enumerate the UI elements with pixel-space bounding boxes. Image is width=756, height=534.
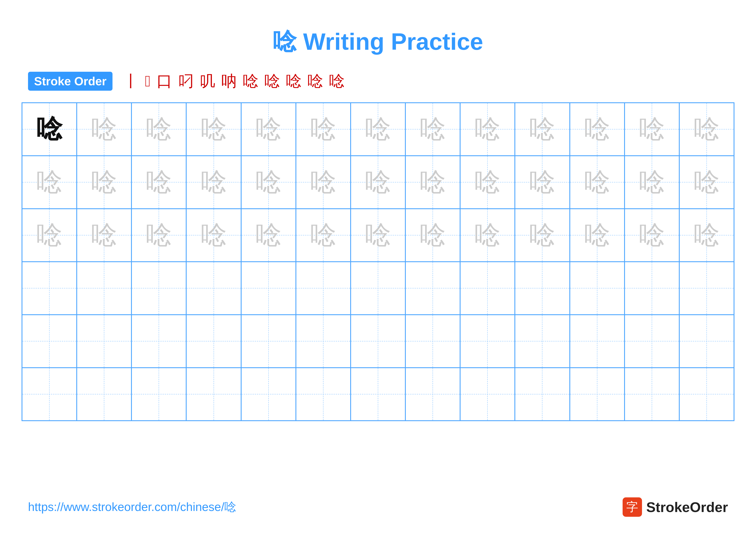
grid-cell[interactable]: 唸 bbox=[22, 156, 77, 209]
grid-cell[interactable]: 唸 bbox=[460, 209, 515, 262]
grid-cell[interactable] bbox=[77, 315, 131, 368]
grid-cell[interactable] bbox=[186, 315, 241, 368]
grid-cell[interactable] bbox=[22, 315, 77, 368]
grid-cell[interactable] bbox=[186, 262, 241, 315]
grid-cell[interactable]: 唸 bbox=[131, 103, 186, 156]
grid-cell[interactable]: 唸 bbox=[679, 103, 734, 156]
grid-cell[interactable]: 唸 bbox=[296, 103, 351, 156]
grid-cell[interactable]: 唸 bbox=[570, 209, 625, 262]
grid-cell[interactable]: 唸 bbox=[22, 103, 77, 156]
grid-cell[interactable] bbox=[625, 315, 679, 368]
grid-cell[interactable]: 唸 bbox=[679, 209, 734, 262]
char-guide: 唸 bbox=[584, 169, 610, 195]
char-guide: 唸 bbox=[584, 116, 610, 142]
grid-cell[interactable] bbox=[679, 315, 734, 368]
grid-cell[interactable] bbox=[625, 368, 679, 421]
grid-cell[interactable] bbox=[405, 368, 460, 421]
char-guide: 唸 bbox=[37, 222, 62, 248]
grid-cell[interactable] bbox=[515, 315, 570, 368]
grid-cell[interactable] bbox=[241, 368, 296, 421]
grid-cell[interactable]: 唸 bbox=[405, 103, 460, 156]
grid-cell[interactable]: 唸 bbox=[460, 103, 515, 156]
char-guide: 唸 bbox=[474, 169, 500, 195]
char-guide: 唸 bbox=[201, 116, 227, 142]
grid-cell[interactable] bbox=[405, 262, 460, 315]
page-title: 唸 Writing Practice bbox=[0, 0, 756, 71]
char-guide: 唸 bbox=[694, 169, 719, 195]
grid-cell[interactable] bbox=[625, 262, 679, 315]
grid-cell[interactable] bbox=[570, 262, 625, 315]
grid-cell[interactable]: 唸 bbox=[405, 156, 460, 209]
grid-cell[interactable] bbox=[515, 262, 570, 315]
grid-cell[interactable]: 唸 bbox=[351, 156, 405, 209]
grid-cell[interactable]: 唸 bbox=[625, 103, 679, 156]
grid-cell[interactable] bbox=[460, 262, 515, 315]
grid-cell[interactable] bbox=[296, 368, 351, 421]
stroke-step-11: 唸 bbox=[329, 71, 345, 91]
grid-cell[interactable]: 唸 bbox=[131, 209, 186, 262]
logo-name: StrokeOrder bbox=[646, 499, 728, 515]
grid-cell[interactable]: 唸 bbox=[186, 156, 241, 209]
grid-cell[interactable] bbox=[186, 368, 241, 421]
grid-cell[interactable] bbox=[22, 262, 77, 315]
char-guide: 唸 bbox=[256, 116, 282, 142]
grid-cell[interactable] bbox=[351, 315, 405, 368]
grid-cell[interactable]: 唸 bbox=[515, 209, 570, 262]
grid-cell[interactable] bbox=[131, 262, 186, 315]
char-guide: 唸 bbox=[639, 222, 665, 248]
grid-cell[interactable]: 唸 bbox=[296, 156, 351, 209]
grid-cell[interactable] bbox=[460, 315, 515, 368]
stroke-step-10: 唸 bbox=[308, 71, 323, 91]
grid-cell[interactable] bbox=[570, 315, 625, 368]
grid-cell[interactable]: 唸 bbox=[22, 209, 77, 262]
grid-cell[interactable]: 唸 bbox=[241, 103, 296, 156]
grid-cell[interactable] bbox=[351, 368, 405, 421]
stroke-step-4: 叼 bbox=[178, 71, 194, 91]
grid-cell[interactable]: 唸 bbox=[515, 103, 570, 156]
grid-cell[interactable]: 唸 bbox=[241, 156, 296, 209]
grid-cell[interactable]: 唸 bbox=[186, 103, 241, 156]
practice-grid[interactable]: 唸唸唸唸唸唸唸唸唸唸唸唸唸唸唸唸唸唸唸唸唸唸唸唸唸唸唸唸唸唸唸唸唸唸唸唸唸唸唸 bbox=[21, 102, 735, 421]
grid-cell[interactable]: 唸 bbox=[679, 156, 734, 209]
grid-cell[interactable] bbox=[515, 368, 570, 421]
char-guide: 唸 bbox=[420, 169, 446, 195]
grid-cell[interactable] bbox=[131, 315, 186, 368]
grid-cell[interactable]: 唸 bbox=[570, 156, 625, 209]
grid-cell[interactable] bbox=[77, 262, 131, 315]
grid-cell[interactable]: 唸 bbox=[625, 156, 679, 209]
grid-cell[interactable] bbox=[460, 368, 515, 421]
grid-cell[interactable] bbox=[22, 368, 77, 421]
grid-cell[interactable] bbox=[131, 368, 186, 421]
grid-cell[interactable] bbox=[679, 262, 734, 315]
char-guide: 唸 bbox=[310, 169, 336, 195]
char-guide: 唸 bbox=[639, 116, 665, 142]
char-guide: 唸 bbox=[584, 222, 610, 248]
grid-cell[interactable]: 唸 bbox=[77, 103, 131, 156]
grid-cell[interactable] bbox=[296, 262, 351, 315]
grid-cell[interactable] bbox=[679, 368, 734, 421]
grid-cell[interactable]: 唸 bbox=[186, 209, 241, 262]
grid-cell[interactable] bbox=[241, 315, 296, 368]
grid-cell[interactable]: 唸 bbox=[570, 103, 625, 156]
grid-cell[interactable]: 唸 bbox=[460, 156, 515, 209]
grid-cell[interactable]: 唸 bbox=[625, 209, 679, 262]
grid-cell[interactable]: 唸 bbox=[351, 209, 405, 262]
grid-cell[interactable]: 唸 bbox=[515, 156, 570, 209]
char-guide: 唸 bbox=[694, 222, 719, 248]
grid-cell[interactable]: 唸 bbox=[77, 156, 131, 209]
grid-cell[interactable] bbox=[351, 262, 405, 315]
char-guide: 唸 bbox=[146, 116, 172, 142]
grid-cell[interactable] bbox=[405, 315, 460, 368]
grid-cell[interactable]: 唸 bbox=[131, 156, 186, 209]
grid-cell[interactable] bbox=[296, 315, 351, 368]
grid-cell[interactable] bbox=[77, 368, 131, 421]
grid-cell[interactable] bbox=[570, 368, 625, 421]
grid-cell[interactable]: 唸 bbox=[241, 209, 296, 262]
grid-cell[interactable]: 唸 bbox=[351, 103, 405, 156]
grid-cell[interactable] bbox=[241, 262, 296, 315]
char-guide: 唸 bbox=[639, 169, 665, 195]
grid-cell[interactable]: 唸 bbox=[296, 209, 351, 262]
char-guide: 唸 bbox=[529, 169, 555, 195]
grid-cell[interactable]: 唸 bbox=[405, 209, 460, 262]
grid-cell[interactable]: 唸 bbox=[77, 209, 131, 262]
